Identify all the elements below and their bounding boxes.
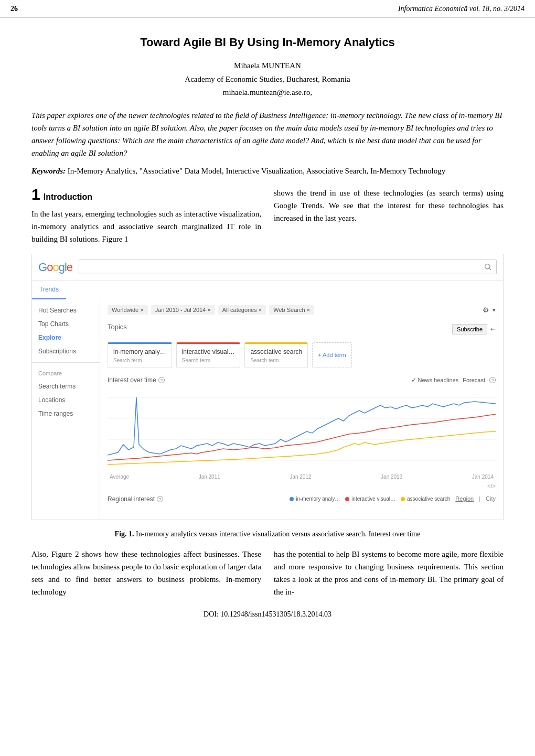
sidebar-item-explore[interactable]: Explore [32,331,100,344]
gear-icon[interactable]: ⚙ [483,305,489,316]
sidebar-compare-section: Compare [32,367,100,380]
regional-interest-row: Regional interest ? in-memory analy… [108,491,496,504]
filter-chip-websearch[interactable]: Web Search × [269,305,314,315]
svg-point-0 [485,264,490,269]
svg-line-1 [489,268,491,270]
section-num: 1 [31,187,40,202]
author-institution: Academy of Economic Studies, Bucharest, … [31,73,504,87]
news-headlines-toggle[interactable]: ✓ News headlines [411,375,459,385]
chart-x-axis: Average Jan 2011 Jan 2012 Jan 2013 Jan 2… [108,473,496,481]
google-trends-figure: Google Trends Hot Searches [31,254,504,520]
search-icon [484,263,492,271]
x-label-2013: Jan 2013 [381,473,402,481]
chip3-sub: Search term [250,357,302,364]
legend-label-3: associative search [407,495,450,503]
legend-dot-3 [401,497,405,501]
search-terms-row: in-memory analy… Search term interactive… [108,342,496,368]
legend-label-1: in-memory analy… [296,495,340,503]
figure-caption: Fig. 1. In-memory analytics versus inter… [31,528,504,539]
authors-block: Mihaela MUNTEAN Academy of Economic Stud… [31,59,504,100]
gt-main-content: Worldwide × Jan 2010 - Jul 2014 × All ca… [100,299,503,520]
legend-dot-2 [345,497,349,501]
search-term-chip-1[interactable]: in-memory analy… Search term [108,342,172,368]
subscribe-button[interactable]: Subscribe [452,324,487,334]
author-email: mihaela.muntean@ie.ase.ro, [31,86,504,100]
filter-websearch-label: Web Search × [273,307,310,313]
region-label[interactable]: Region [455,494,474,503]
info-icon[interactable]: ? [158,377,165,383]
google-logo: Google [38,258,72,276]
filter-chip-date[interactable]: Jan 2010 - Jul 2014 × [151,305,215,315]
legend-dot-1 [290,497,294,501]
forecast-info-icon[interactable]: ? [489,377,496,383]
interest-title: Interest over time ? [108,375,165,385]
regional-right: in-memory analy… interactive visual… ass… [290,494,496,503]
add-term-button[interactable]: + Add term [312,342,352,368]
dropdown-arrow: ▾ [493,306,496,315]
bottom-left-col: Also, Figure 2 shows how these technolog… [31,548,261,598]
top-charts-label: Top Charts [38,319,69,329]
legend-item-2: interactive visual… [345,495,395,503]
section1-right-text: shows the trend in use of these technolo… [274,187,504,224]
paper-title: Toward Agile BI By Using In-Memory Analy… [31,34,504,51]
page-number: 26 [10,3,18,14]
gt-gear-area: ⚙ ▾ [483,305,496,316]
section1-right: shows the trend in use of these technolo… [274,187,504,245]
filter-chip-categories[interactable]: All categories × [218,305,266,315]
x-label-avg: Average [110,473,129,481]
section-title: Introduction [44,191,92,203]
gt-filter-bar: Worldwide × Jan 2010 - Jul 2014 × All ca… [108,305,496,316]
chip1-label: in-memory analy… [113,347,166,357]
doi-text: DOI: 10.12948/issn14531305/18.3.2014.03 [204,610,331,618]
keywords-block: Keywords: In-Memory Analytics, "Associat… [31,165,504,177]
bottom-left-text: Also, Figure 2 shows how these technolog… [31,548,261,598]
keywords-label: Keywords: [31,167,66,175]
chip3-label: associative search [250,347,302,357]
search-term-chip-3[interactable]: associative search Search term [244,342,308,368]
sidebar-item-top-charts[interactable]: Top Charts [32,317,100,331]
legend-item-3: associative search [401,495,450,503]
journal-title: Informatica Economică vol. 18, no. 3/201… [398,3,525,14]
chart-container [108,387,496,471]
subscribe-area: Subscribe ⇠ [452,324,496,334]
share-icon[interactable]: ⇠ [490,325,496,334]
legend-item-1: in-memory analy… [290,495,340,503]
regional-interest-title: Regional interest ? [108,494,163,504]
sidebar-item-hot-searches[interactable]: Hot Searches [32,304,100,317]
section-heading: 1 Introduction [31,187,261,203]
filter-worldwide-label: Worldwide × [112,307,144,313]
sidebar-search-terms[interactable]: Search terms [32,380,100,393]
bottom-right-col: has the potential to help BI systems to … [274,548,504,598]
bottom-right-text: has the potential to help BI systems to … [274,548,504,598]
interest-chart [108,387,496,471]
forecast-label[interactable]: Forecast [463,376,485,385]
city-label[interactable]: City [486,494,496,503]
gt-search-bar[interactable] [79,260,497,274]
regional-legend: in-memory analy… interactive visual… ass… [290,495,450,503]
legend-label-2: interactive visual… [351,495,395,503]
abstract-text: This paper explores one of the newer tec… [31,109,504,159]
gt-header: Google [32,254,503,280]
embed-icon[interactable]: </> [487,482,496,491]
nav-item-trends[interactable]: Trends [32,280,66,299]
topics-header: Topics [108,322,127,332]
bottom-two-col: Also, Figure 2 shows how these technolog… [31,548,504,598]
content-area: Toward Agile BI By Using In-Memory Analy… [0,18,535,635]
fig-caption-text: In-memory analytics versus interactive v… [134,530,421,538]
search-term-chip-2[interactable]: interactive visual… Search term [176,342,241,368]
interest-header: Interest over time ? ✓ News headlines Fo… [108,375,496,385]
x-label-2012: Jan 2012 [290,473,311,481]
filter-chip-worldwide[interactable]: Worldwide × [108,305,148,315]
news-headlines-label: News headlines [418,376,459,385]
filter-date-label: Jan 2010 - Jul 2014 × [155,307,211,313]
gt-sidebar: Hot Searches Top Charts Explore Subscrip… [32,299,100,520]
sidebar-time-ranges[interactable]: Time ranges [32,407,100,420]
section1-left: 1 Introduction In the last years, emergi… [31,187,261,245]
chip1-sub: Search term [113,357,166,364]
sidebar-item-subscriptions[interactable]: Subscriptions [32,344,100,358]
x-label-2011: Jan 2011 [199,473,220,481]
sidebar-locations[interactable]: Locations [32,393,100,407]
regional-title-text: Regional interest [108,494,155,504]
regional-info-icon[interactable]: ? [157,496,163,502]
page-container: 26 Informatica Economică vol. 18, no. 3/… [0,0,535,635]
